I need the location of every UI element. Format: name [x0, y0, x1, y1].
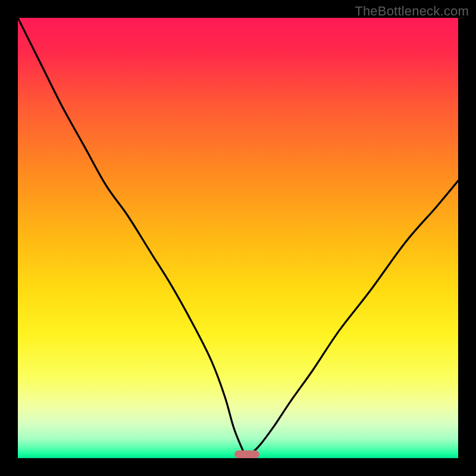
optimal-balance-marker	[234, 450, 259, 458]
chart-frame: TheBottleneck.com	[0, 0, 476, 476]
plot-area	[18, 18, 458, 458]
bottleneck-curve	[18, 18, 458, 458]
attribution-text: TheBottleneck.com	[355, 4, 469, 19]
